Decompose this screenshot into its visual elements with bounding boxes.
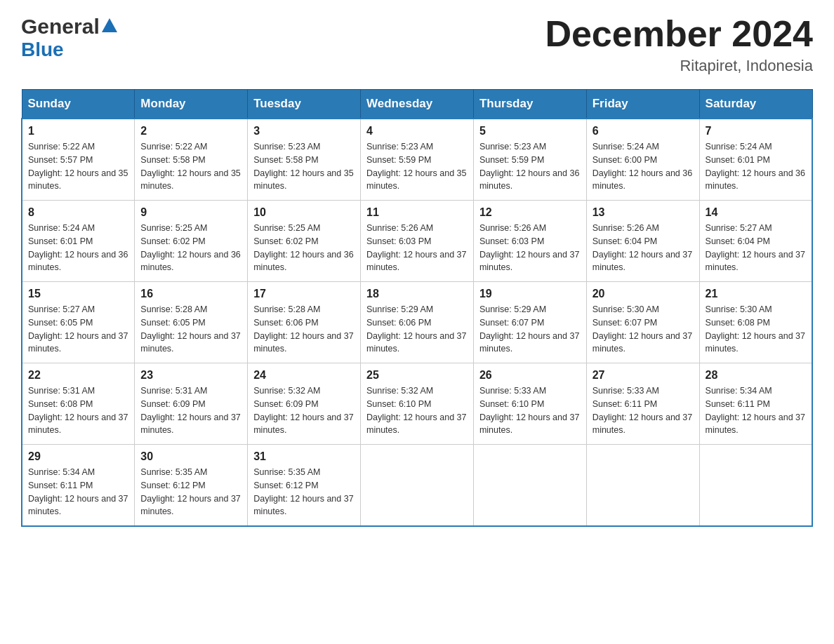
day-info: Sunrise: 5:25 AMSunset: 6:02 PMDaylight:…: [140, 222, 241, 274]
day-number: 17: [253, 288, 355, 300]
day-info: Sunrise: 5:33 AMSunset: 6:11 PMDaylight:…: [593, 384, 694, 437]
col-header-saturday: Saturday: [699, 90, 812, 119]
day-number: 12: [479, 206, 581, 219]
calendar-cell: 12Sunrise: 5:26 AMSunset: 6:03 PMDayligh…: [473, 201, 586, 282]
day-number: 26: [479, 369, 581, 382]
day-info: Sunrise: 5:22 AMSunset: 5:58 PMDaylight:…: [140, 140, 241, 193]
day-number: 14: [706, 206, 806, 219]
day-info: Sunrise: 5:23 AMSunset: 5:59 PMDaylight:…: [479, 140, 581, 193]
calendar-cell: 3Sunrise: 5:23 AMSunset: 5:58 PMDaylight…: [248, 119, 361, 201]
day-info: Sunrise: 5:23 AMSunset: 5:59 PMDaylight:…: [366, 140, 468, 193]
day-info: Sunrise: 5:35 AMSunset: 6:12 PMDaylight:…: [140, 466, 241, 518]
calendar-cell: 15Sunrise: 5:27 AMSunset: 6:05 PMDayligh…: [22, 282, 135, 363]
calendar-cell: 30Sunrise: 5:35 AMSunset: 6:12 PMDayligh…: [135, 445, 248, 527]
calendar-cell: 18Sunrise: 5:29 AMSunset: 6:06 PMDayligh…: [361, 282, 474, 363]
day-number: 13: [593, 206, 694, 219]
day-number: 6: [593, 125, 694, 137]
calendar-cell: [361, 445, 474, 527]
calendar-week-row: 1Sunrise: 5:22 AMSunset: 5:57 PMDaylight…: [22, 119, 812, 201]
calendar-week-row: 22Sunrise: 5:31 AMSunset: 6:08 PMDayligh…: [22, 363, 812, 445]
day-number: 5: [479, 125, 581, 137]
day-info: Sunrise: 5:28 AMSunset: 6:06 PMDaylight:…: [253, 303, 355, 356]
calendar-cell: 2Sunrise: 5:22 AMSunset: 5:58 PMDaylight…: [135, 119, 248, 201]
day-number: 11: [366, 206, 468, 219]
calendar-cell: 19Sunrise: 5:29 AMSunset: 6:07 PMDayligh…: [473, 282, 586, 363]
calendar-cell: 14Sunrise: 5:27 AMSunset: 6:04 PMDayligh…: [699, 201, 812, 282]
calendar-cell: 4Sunrise: 5:23 AMSunset: 5:59 PMDaylight…: [361, 119, 474, 201]
day-info: Sunrise: 5:29 AMSunset: 6:07 PMDaylight:…: [479, 303, 581, 356]
calendar-cell: 9Sunrise: 5:25 AMSunset: 6:02 PMDaylight…: [135, 201, 248, 282]
page-header: General Blue December 2024 Ritapiret, In…: [21, 14, 813, 75]
day-info: Sunrise: 5:27 AMSunset: 6:04 PMDaylight:…: [706, 222, 806, 274]
day-info: Sunrise: 5:26 AMSunset: 6:03 PMDaylight:…: [366, 222, 468, 274]
svg-marker-0: [102, 18, 117, 32]
calendar-cell: 24Sunrise: 5:32 AMSunset: 6:09 PMDayligh…: [248, 363, 361, 445]
calendar-cell: 13Sunrise: 5:26 AMSunset: 6:04 PMDayligh…: [586, 201, 699, 282]
col-header-sunday: Sunday: [22, 90, 135, 119]
day-info: Sunrise: 5:30 AMSunset: 6:07 PMDaylight:…: [593, 303, 694, 356]
day-number: 20: [593, 288, 694, 300]
day-number: 24: [253, 369, 355, 382]
calendar-cell: 6Sunrise: 5:24 AMSunset: 6:00 PMDaylight…: [586, 119, 699, 201]
day-info: Sunrise: 5:34 AMSunset: 6:11 PMDaylight:…: [706, 384, 806, 437]
calendar-cell: 26Sunrise: 5:33 AMSunset: 6:10 PMDayligh…: [473, 363, 586, 445]
calendar-week-row: 8Sunrise: 5:24 AMSunset: 6:01 PMDaylight…: [22, 201, 812, 282]
day-number: 27: [593, 369, 694, 382]
day-info: Sunrise: 5:32 AMSunset: 6:10 PMDaylight:…: [366, 384, 468, 437]
calendar-cell: 1Sunrise: 5:22 AMSunset: 5:57 PMDaylight…: [22, 119, 135, 201]
col-header-tuesday: Tuesday: [248, 90, 361, 119]
logo-blue-text: Blue: [21, 38, 117, 62]
day-info: Sunrise: 5:26 AMSunset: 6:03 PMDaylight:…: [479, 222, 581, 274]
calendar-cell: [473, 445, 586, 527]
day-info: Sunrise: 5:24 AMSunset: 6:01 PMDaylight:…: [706, 140, 806, 193]
calendar-cell: 22Sunrise: 5:31 AMSunset: 6:08 PMDayligh…: [22, 363, 135, 445]
day-info: Sunrise: 5:28 AMSunset: 6:05 PMDaylight:…: [140, 303, 241, 356]
day-info: Sunrise: 5:31 AMSunset: 6:09 PMDaylight:…: [140, 384, 241, 437]
calendar-cell: 25Sunrise: 5:32 AMSunset: 6:10 PMDayligh…: [361, 363, 474, 445]
calendar-cell: 20Sunrise: 5:30 AMSunset: 6:07 PMDayligh…: [586, 282, 699, 363]
day-info: Sunrise: 5:24 AMSunset: 6:00 PMDaylight:…: [593, 140, 694, 193]
calendar-table: SundayMondayTuesdayWednesdayThursdayFrid…: [21, 89, 813, 527]
day-info: Sunrise: 5:23 AMSunset: 5:58 PMDaylight:…: [253, 140, 355, 193]
day-info: Sunrise: 5:33 AMSunset: 6:10 PMDaylight:…: [479, 384, 581, 437]
day-number: 25: [366, 369, 468, 382]
day-info: Sunrise: 5:35 AMSunset: 6:12 PMDaylight:…: [253, 466, 355, 518]
calendar-cell: 17Sunrise: 5:28 AMSunset: 6:06 PMDayligh…: [248, 282, 361, 363]
day-number: 4: [366, 125, 468, 137]
calendar-cell: 23Sunrise: 5:31 AMSunset: 6:09 PMDayligh…: [135, 363, 248, 445]
day-info: Sunrise: 5:27 AMSunset: 6:05 PMDaylight:…: [28, 303, 128, 356]
col-header-thursday: Thursday: [473, 90, 586, 119]
day-number: 16: [140, 288, 241, 300]
day-info: Sunrise: 5:34 AMSunset: 6:11 PMDaylight:…: [28, 466, 128, 518]
day-number: 7: [706, 125, 806, 137]
calendar-cell: 28Sunrise: 5:34 AMSunset: 6:11 PMDayligh…: [699, 363, 812, 445]
day-number: 9: [140, 206, 241, 219]
day-number: 19: [479, 288, 581, 300]
calendar-cell: 16Sunrise: 5:28 AMSunset: 6:05 PMDayligh…: [135, 282, 248, 363]
location-text: Ritapiret, Indonesia: [545, 57, 813, 75]
day-number: 10: [253, 206, 355, 219]
day-number: 15: [28, 288, 128, 300]
calendar-cell: 31Sunrise: 5:35 AMSunset: 6:12 PMDayligh…: [248, 445, 361, 527]
title-block: December 2024 Ritapiret, Indonesia: [545, 14, 813, 75]
day-info: Sunrise: 5:32 AMSunset: 6:09 PMDaylight:…: [253, 384, 355, 437]
logo: General Blue: [21, 14, 117, 62]
col-header-monday: Monday: [135, 90, 248, 119]
calendar-cell: 7Sunrise: 5:24 AMSunset: 6:01 PMDaylight…: [699, 119, 812, 201]
day-number: 22: [28, 369, 128, 382]
day-number: 8: [28, 206, 128, 219]
calendar-cell: [586, 445, 699, 527]
calendar-cell: 10Sunrise: 5:25 AMSunset: 6:02 PMDayligh…: [248, 201, 361, 282]
day-info: Sunrise: 5:24 AMSunset: 6:01 PMDaylight:…: [28, 222, 128, 274]
calendar-header-row: SundayMondayTuesdayWednesdayThursdayFrid…: [22, 90, 812, 119]
day-info: Sunrise: 5:25 AMSunset: 6:02 PMDaylight:…: [253, 222, 355, 274]
calendar-cell: [699, 445, 812, 527]
day-info: Sunrise: 5:31 AMSunset: 6:08 PMDaylight:…: [28, 384, 128, 437]
day-number: 2: [140, 125, 241, 137]
calendar-cell: 8Sunrise: 5:24 AMSunset: 6:01 PMDaylight…: [22, 201, 135, 282]
calendar-cell: 5Sunrise: 5:23 AMSunset: 5:59 PMDaylight…: [473, 119, 586, 201]
day-number: 29: [28, 450, 128, 463]
day-number: 21: [706, 288, 806, 300]
day-number: 31: [253, 450, 355, 463]
day-info: Sunrise: 5:26 AMSunset: 6:04 PMDaylight:…: [593, 222, 694, 274]
